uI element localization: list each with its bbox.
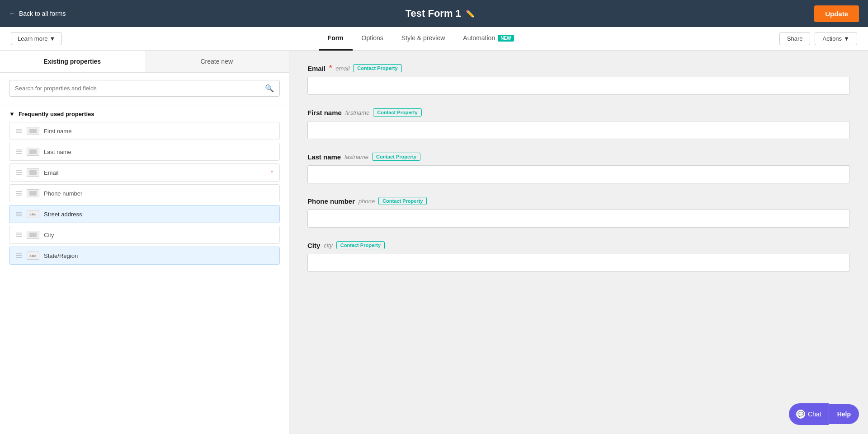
- nav-tabs: Form Options Style & preview Automation …: [319, 27, 523, 51]
- tab-automation[interactable]: Automation NEW: [454, 27, 523, 51]
- form-field-city: City city Contact Property: [307, 241, 850, 272]
- form-title: Test Form 1: [406, 8, 461, 19]
- drag-handle-icon: [16, 212, 22, 216]
- list-item[interactable]: Phone number: [9, 184, 280, 202]
- tab-form[interactable]: Form: [319, 27, 353, 51]
- chevron-down-icon: ▼: [844, 35, 849, 42]
- property-label: Street address: [44, 211, 82, 218]
- field-name-label: First name: [307, 109, 342, 117]
- main-content: Existing properties Create new 🔍 ▼ Frequ…: [0, 51, 868, 434]
- required-star: *: [329, 64, 332, 72]
- nav-row: Learn more ▼ Form Options Style & previe…: [0, 27, 868, 51]
- drag-handle-icon: [16, 191, 22, 196]
- field-key: city: [324, 242, 333, 249]
- field-label-row: City city Contact Property: [307, 241, 850, 249]
- field-type-icon: abc: [27, 252, 39, 260]
- form-area: Email * email Contact Property First nam…: [289, 51, 868, 434]
- tab-style-preview[interactable]: Style & preview: [392, 27, 454, 51]
- nav-left: Learn more ▼: [11, 32, 62, 45]
- tab-create-new[interactable]: Create new: [145, 51, 289, 72]
- drag-handle-icon: [16, 233, 22, 237]
- help-button[interactable]: Help: [829, 404, 859, 424]
- list-item[interactable]: First name: [9, 122, 280, 140]
- search-box: 🔍: [9, 80, 280, 97]
- sidebar-section: ▼ Frequently used properties First name: [0, 104, 289, 434]
- drag-handle-icon: [16, 170, 22, 175]
- form-field-phone: Phone number phone Contact Property: [307, 197, 850, 228]
- chat-icon: [796, 410, 805, 419]
- share-button[interactable]: Share: [779, 32, 811, 45]
- field-input-mock: [307, 121, 850, 139]
- field-type-icon: [27, 127, 39, 135]
- learn-more-button[interactable]: Learn more ▼: [11, 32, 62, 45]
- property-label: State/Region: [44, 252, 78, 259]
- search-icon: 🔍: [265, 84, 274, 93]
- field-label-row: Phone number phone Contact Property: [307, 197, 850, 205]
- contact-property-badge: Contact Property: [336, 241, 385, 249]
- field-input-mock: [307, 165, 850, 183]
- field-key: phone: [359, 198, 375, 205]
- sidebar: Existing properties Create new 🔍 ▼ Frequ…: [0, 51, 289, 434]
- field-type-icon: [27, 168, 39, 177]
- field-type-icon: abc: [27, 210, 39, 218]
- field-label-row: Email * email Contact Property: [307, 64, 850, 72]
- list-item[interactable]: Email *: [9, 163, 280, 182]
- form-field-firstname: First name firstname Contact Property: [307, 108, 850, 139]
- form-title-area: Test Form 1 ✏️: [406, 8, 475, 19]
- required-indicator: *: [271, 169, 273, 176]
- field-name-label: City: [307, 242, 320, 249]
- list-item[interactable]: abc Street address: [9, 205, 280, 223]
- field-type-icon: [27, 148, 39, 156]
- field-key: email: [335, 65, 349, 72]
- update-button[interactable]: Update: [814, 5, 859, 22]
- automation-new-badge: NEW: [498, 35, 514, 42]
- form-field-email: Email * email Contact Property: [307, 64, 850, 95]
- list-item[interactable]: abc State/Region: [9, 247, 280, 265]
- chevron-down-icon: ▼: [49, 35, 55, 42]
- tab-options[interactable]: Options: [353, 27, 392, 51]
- field-key: firstname: [345, 109, 369, 116]
- drag-handle-icon: [16, 253, 22, 258]
- sidebar-search-area: 🔍: [0, 73, 289, 104]
- search-input[interactable]: [15, 85, 261, 92]
- field-type-icon: [27, 231, 39, 239]
- drag-handle-icon: [16, 149, 22, 154]
- property-label: Phone number: [44, 190, 82, 197]
- list-item[interactable]: City: [9, 226, 280, 244]
- property-label: Email: [44, 169, 59, 176]
- list-item[interactable]: Last name: [9, 143, 280, 161]
- top-bar-right: Update: [814, 5, 859, 22]
- form-field-lastname: Last name lastname Contact Property: [307, 153, 850, 183]
- section-title: Frequently used properties: [19, 111, 94, 117]
- tab-existing-properties[interactable]: Existing properties: [0, 51, 145, 72]
- top-bar: ← Back to all forms Test Form 1 ✏️ Updat…: [0, 0, 868, 27]
- chat-widget: Chat Help: [789, 403, 859, 425]
- chat-button[interactable]: Chat: [789, 403, 829, 425]
- field-type-icon: [27, 189, 39, 197]
- field-label-row: Last name lastname Contact Property: [307, 153, 850, 161]
- chevron-down-icon: ▼: [9, 111, 15, 117]
- contact-property-badge: Contact Property: [353, 64, 401, 72]
- back-label: Back to all forms: [19, 10, 66, 17]
- field-name-label: Email: [307, 65, 326, 72]
- field-name-label: Last name: [307, 153, 341, 161]
- field-label-row: First name firstname Contact Property: [307, 108, 850, 117]
- field-input-mock: [307, 77, 850, 95]
- drag-handle-icon: [16, 129, 22, 133]
- actions-button[interactable]: Actions ▼: [815, 32, 857, 45]
- sidebar-tabs: Existing properties Create new: [0, 51, 289, 73]
- back-arrow-icon: ←: [9, 10, 15, 17]
- property-label: First name: [44, 128, 71, 135]
- property-label: Last name: [44, 149, 71, 155]
- contact-property-badge: Contact Property: [373, 108, 421, 117]
- field-input-mock: [307, 210, 850, 228]
- nav-right: Share Actions ▼: [779, 32, 857, 45]
- contact-property-badge: Contact Property: [372, 153, 420, 161]
- back-to-forms[interactable]: ← Back to all forms: [9, 10, 66, 17]
- section-header[interactable]: ▼ Frequently used properties: [9, 104, 280, 122]
- property-list: First name Last name: [9, 122, 280, 272]
- field-input-mock: [307, 254, 850, 272]
- edit-title-icon[interactable]: ✏️: [466, 9, 475, 18]
- contact-property-badge: Contact Property: [378, 197, 427, 205]
- field-key: lastname: [344, 154, 368, 160]
